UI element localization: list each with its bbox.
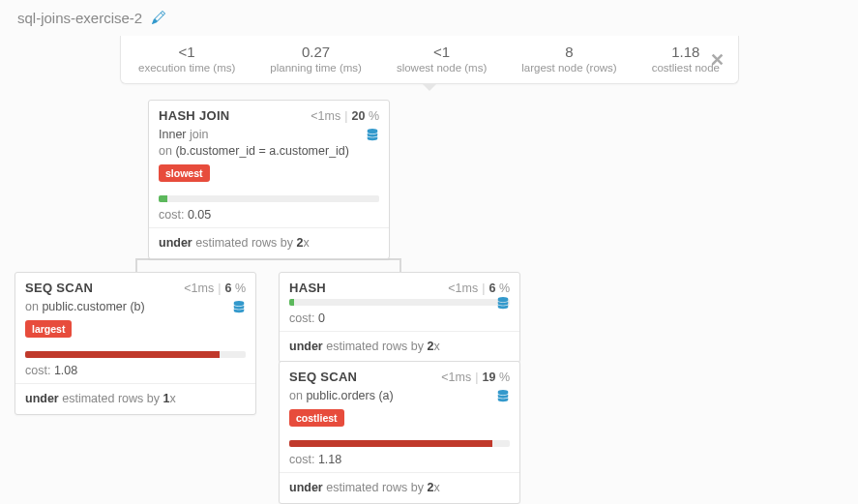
node-body: Inner join on (b.customer_id = a.custome… (149, 123, 389, 190)
node-title: HASH JOIN (159, 108, 230, 123)
cost-bar (289, 299, 510, 306)
database-icon (496, 388, 510, 408)
node-title: HASH (289, 281, 326, 295)
estimate-row: under estimated rows by 2x (280, 473, 519, 503)
node-hash[interactable]: HASH <1ms|6 % cost: 0 under estimated ro… (279, 272, 520, 363)
node-title: SEQ SCAN (289, 370, 357, 384)
estimate-row: under estimated rows by 2x (149, 228, 389, 258)
query-name: sql-joins-exercise-2 (17, 10, 142, 26)
cost-bar-fill (159, 195, 167, 202)
node-meta: <1ms|6 % (184, 282, 246, 295)
stat-value: 8 (521, 44, 616, 60)
tag-largest: largest (25, 320, 72, 338)
stat-value: <1 (138, 44, 235, 60)
cost-row: cost: 1.18 (280, 447, 519, 473)
node-header: HASH JOIN <1ms|20 % (149, 101, 389, 123)
stat-label: planning time (ms) (270, 62, 362, 74)
estimate-row: under estimated rows by 2x (280, 332, 519, 362)
node-header: SEQ SCAN <1ms|19 % (280, 362, 519, 384)
database-icon (232, 299, 246, 319)
stat-largest-node: 8 largest node (rows) (504, 44, 634, 74)
estimate-row: under estimated rows by 1x (15, 384, 255, 414)
node-meta: <1ms|6 % (448, 282, 510, 295)
database-icon (366, 127, 379, 147)
cost-bar-fill (289, 440, 492, 447)
stat-slowest-node: <1 slowest node (ms) (379, 44, 504, 74)
node-hash-join[interactable]: HASH JOIN <1ms|20 % Inner join on (b.cus… (148, 100, 390, 259)
stat-planning-time: 0.27 planning time (ms) (252, 44, 379, 74)
stat-value: 0.27 (270, 44, 362, 60)
close-icon[interactable]: ✕ (710, 49, 725, 71)
connector (135, 258, 137, 272)
node-meta: <1ms|20 % (311, 109, 379, 123)
node-body: on public.customer (b) largest (15, 295, 255, 345)
node-seq-scan-orders[interactable]: SEQ SCAN <1ms|19 % on public.orders (a) … (279, 361, 520, 504)
node-header: HASH <1ms|6 % (280, 273, 519, 295)
node-title: SEQ SCAN (25, 281, 93, 295)
node-body: on public.orders (a) costliest (280, 384, 519, 434)
tag-costliest: costliest (289, 409, 344, 427)
stats-bar: <1 execution time (ms) 0.27 planning tim… (120, 36, 739, 84)
cost-bar (289, 440, 510, 447)
node-body (280, 295, 519, 299)
cost-bar (159, 195, 379, 202)
node-seq-scan-customer[interactable]: SEQ SCAN <1ms|6 % on public.customer (b)… (15, 272, 256, 415)
edit-icon[interactable] (152, 11, 165, 25)
tag-slowest: slowest (159, 164, 210, 182)
stat-execution-time: <1 execution time (ms) (121, 44, 252, 74)
cost-row: cost: 1.08 (15, 358, 255, 384)
cost-row: cost: 0 (280, 306, 519, 332)
stat-value: <1 (397, 44, 487, 60)
cost-bar-fill (289, 299, 294, 306)
cost-row: cost: 0.05 (149, 202, 389, 228)
node-meta: <1ms|19 % (441, 371, 510, 384)
connector (399, 258, 401, 272)
stat-label: execution time (ms) (138, 62, 235, 74)
stat-label: slowest node (ms) (397, 62, 487, 74)
cost-bar-fill (25, 351, 220, 358)
stat-label: largest node (rows) (521, 62, 616, 74)
page-header: sql-joins-exercise-2 (0, 0, 858, 30)
plan-canvas[interactable]: HASH JOIN <1ms|20 % Inner join on (b.cus… (0, 84, 858, 500)
node-header: SEQ SCAN <1ms|6 % (15, 273, 255, 295)
cost-bar (25, 351, 246, 358)
database-icon (496, 295, 510, 315)
